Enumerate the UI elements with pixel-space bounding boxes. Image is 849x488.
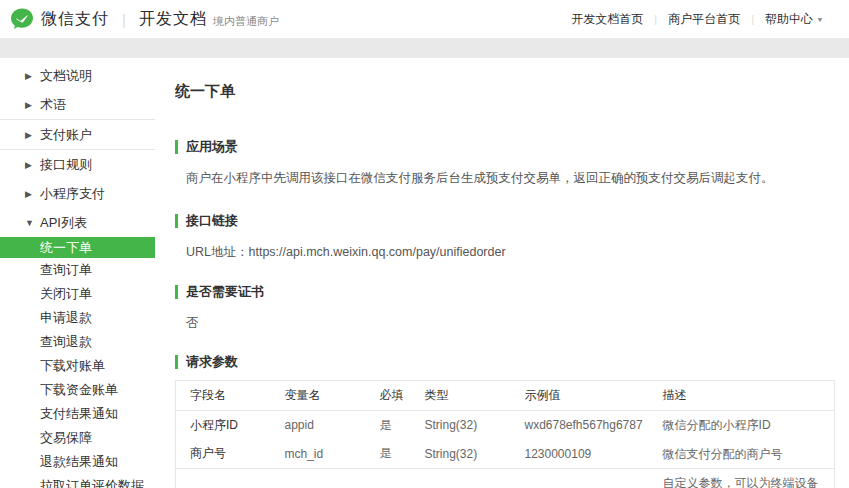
cell-type: String(32) [411, 469, 511, 488]
sidebar-item-download-bill[interactable]: 下载对账单 [0, 354, 155, 378]
column-header-variable: 变量名 [271, 381, 366, 411]
cell-required: 是 [366, 440, 411, 469]
table-row: 小程序ID appid 是 String(32) wxd678efh567hg6… [176, 411, 835, 440]
sidebar-item-label: 查询订单 [40, 261, 92, 279]
nav-link-docs-home[interactable]: 开发文档首页 [560, 11, 654, 28]
section-marker [175, 285, 178, 299]
sidebar-item-label: 接口规则 [40, 156, 92, 174]
section-marker [175, 355, 178, 369]
cell-type: String(32) [411, 411, 511, 440]
cell-example: 013467007045764 [511, 469, 649, 488]
subheader-strip [0, 38, 849, 58]
triangle-right-icon: ▶ [25, 100, 40, 110]
sidebar-item-refund-notify[interactable]: 退款结果通知 [0, 450, 155, 474]
section-body: 商户在小程序中先调用该接口在微信支付服务后台生成预支付交易单，返回正确的预支付交… [186, 169, 835, 188]
sidebar-item-label: 统一下单 [40, 239, 92, 257]
sidebar-item-doc-intro[interactable]: ▶ 文档说明 [0, 61, 155, 90]
sidebar-item-api-rules[interactable]: ▶ 接口规则 [0, 150, 155, 179]
section-header: 应用场景 [175, 138, 835, 156]
cell-variable: device_info [271, 469, 366, 488]
cell-variable: appid [271, 411, 366, 440]
section-request-params: 请求参数 字段名 变量名 必填 类型 示例值 描述 [175, 353, 835, 488]
column-header-required: 必填 [366, 381, 411, 411]
triangle-right-icon: ▶ [25, 71, 40, 81]
section-title: 应用场景 [186, 138, 238, 156]
sidebar-item-order-evaluation[interactable]: 拉取订单评价数据 [0, 474, 155, 488]
column-header-example: 示例值 [511, 381, 649, 411]
cell-variable: mch_id [271, 440, 366, 469]
sidebar-item-label: 支付账户 [40, 126, 92, 144]
sidebar-item-miniprogram-pay[interactable]: ▶ 小程序支付 [0, 179, 155, 208]
column-header-field: 字段名 [176, 381, 271, 411]
section-marker [175, 140, 178, 154]
header-divider: | [122, 11, 126, 28]
wechat-pay-logo-icon [10, 7, 34, 31]
section-application-scenario: 应用场景 商户在小程序中先调用该接口在微信支付服务后台生成预支付交易单，返回正确… [175, 138, 835, 188]
section-api-url: 接口链接 URL地址：https://api.mch.weixin.qq.com… [175, 212, 835, 262]
section-title: 请求参数 [186, 353, 238, 371]
cell-description: 自定义参数，可以为终端设备号(门店号或收银设备ID)，PC网页或公众号内支付可以… [649, 469, 835, 488]
section-header: 接口链接 [175, 212, 835, 230]
triangle-right-icon: ▶ [25, 189, 40, 199]
sidebar-item-api-list[interactable]: ▼ API列表 [0, 208, 155, 237]
wechat-pay-docs-page: 微信支付 | 开发文档 境内普通商户 开发文档首页 | 商户平台首页 | 帮助中… [0, 0, 849, 488]
sidebar-item-label: 文档说明 [40, 67, 92, 85]
cell-field: 设备号 [176, 469, 271, 488]
nav-link-help-center-label: 帮助中心 [765, 12, 813, 26]
sidebar-item-unified-order[interactable]: 统一下单 [0, 237, 155, 258]
sidebar-item-terminology[interactable]: ▶ 术语 [0, 90, 155, 119]
sidebar-item-label: 拉取订单评价数据 [40, 477, 144, 488]
sidebar-item-label: 关闭订单 [40, 285, 92, 303]
sidebar-item-label: 交易保障 [40, 429, 92, 447]
doc-title: 开发文档 [139, 9, 207, 30]
sidebar-item-download-fund-bill[interactable]: 下载资金账单 [0, 378, 155, 402]
table-row: 商户号 mch_id 是 String(32) 1230000109 微信支付分… [176, 440, 835, 469]
api-url-text: URL地址：https://api.mch.weixin.qq.com/pay/… [186, 243, 835, 262]
need-cert-value: 否 [186, 314, 835, 333]
section-title: 接口链接 [186, 212, 238, 230]
sidebar: ▶ 文档说明 ▶ 术语 ▶ 支付账户 ▶ 接口规则 ▶ 小程序支付 ▼ [0, 58, 155, 488]
nav-link-merchant-home[interactable]: 商户平台首页 [657, 11, 751, 28]
doc-subtitle: 境内普通商户 [213, 10, 279, 29]
sidebar-item-query-order[interactable]: 查询订单 [0, 258, 155, 282]
nav-link-help-center[interactable]: 帮助中心▼ [754, 11, 835, 28]
section-header: 请求参数 [175, 353, 835, 371]
sidebar-item-query-refund[interactable]: 查询退款 [0, 330, 155, 354]
section-title: 是否需要证书 [186, 283, 264, 301]
page-title: 统一下单 [175, 82, 835, 101]
cell-required: 是 [366, 411, 411, 440]
triangle-right-icon: ▶ [25, 160, 40, 170]
request-params-table: 字段名 变量名 必填 类型 示例值 描述 小程序ID appid 是 [175, 380, 835, 488]
section-need-cert: 是否需要证书 否 [175, 283, 835, 333]
section-marker [175, 214, 178, 228]
header-nav: 开发文档首页 | 商户平台首页 | 帮助中心▼ [560, 11, 835, 28]
content-area: ▶ 文档说明 ▶ 术语 ▶ 支付账户 ▶ 接口规则 ▶ 小程序支付 ▼ [0, 58, 849, 488]
cell-description: 微信分配的小程序ID [649, 411, 835, 440]
main-content: 统一下单 应用场景 商户在小程序中先调用该接口在微信支付服务后台生成预支付交易单… [155, 58, 849, 488]
column-header-type: 类型 [411, 381, 511, 411]
cell-required: 否 [366, 469, 411, 488]
sidebar-item-label: 申请退款 [40, 309, 92, 327]
cell-description: 微信支付分配的商户号 [649, 440, 835, 469]
cell-example: 1230000109 [511, 440, 649, 469]
brand-name[interactable]: 微信支付 [41, 9, 109, 30]
sidebar-item-label: 退款结果通知 [40, 453, 118, 471]
triangle-right-icon: ▶ [25, 130, 40, 140]
cell-type: String(32) [411, 440, 511, 469]
top-header: 微信支付 | 开发文档 境内普通商户 开发文档首页 | 商户平台首页 | 帮助中… [0, 0, 849, 38]
table-row: 设备号 device_info 否 String(32) 01346700704… [176, 469, 835, 488]
sidebar-item-label: 下载资金账单 [40, 381, 118, 399]
caret-down-icon: ▼ [816, 16, 824, 23]
sidebar-item-label: 支付结果通知 [40, 405, 118, 423]
sidebar-item-label: 查询退款 [40, 333, 92, 351]
sidebar-item-close-order[interactable]: 关闭订单 [0, 282, 155, 306]
cell-example: wxd678efh567hg6787 [511, 411, 649, 440]
sidebar-item-apply-refund[interactable]: 申请退款 [0, 306, 155, 330]
cell-field: 商户号 [176, 440, 271, 469]
sidebar-item-transaction-guarantee[interactable]: 交易保障 [0, 426, 155, 450]
table-header-row: 字段名 变量名 必填 类型 示例值 描述 [176, 381, 835, 411]
sidebar-item-label: API列表 [40, 214, 87, 232]
sidebar-item-payment-account[interactable]: ▶ 支付账户 [0, 120, 155, 149]
column-header-description: 描述 [649, 381, 835, 411]
sidebar-item-payment-notify[interactable]: 支付结果通知 [0, 402, 155, 426]
